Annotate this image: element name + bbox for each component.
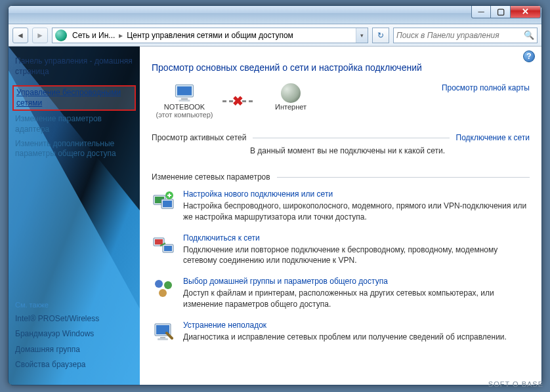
titlebar: ─ ▢ ✕ xyxy=(9,6,541,24)
network-map: NOTEBOOK (этот компьютер) ✖ Интернет xyxy=(152,83,530,119)
computer-icon xyxy=(173,83,196,103)
node-sublabel: (этот компьютер) xyxy=(156,111,213,119)
svg-point-15 xyxy=(159,289,167,297)
option-desc: Настройка беспроводного, широкополосного… xyxy=(183,201,530,223)
svg-rect-1 xyxy=(177,87,192,96)
page-title: Просмотр основных сведений о сети и наст… xyxy=(152,62,530,73)
see-also-header: См. также xyxy=(15,301,133,309)
active-networks-header: Просмотр активных сетей xyxy=(152,133,246,142)
close-button[interactable]: ✕ xyxy=(511,5,541,18)
refresh-button[interactable]: ↻ xyxy=(372,28,389,43)
troubleshoot-icon xyxy=(152,321,175,344)
svg-rect-7 xyxy=(163,201,172,207)
sidebar-item-wireless[interactable]: Управление беспроводными сетями xyxy=(12,85,136,111)
no-network-note: В данный момент вы не подключены ни к ка… xyxy=(152,142,530,158)
change-settings-header: Изменение сетевых параметров xyxy=(152,172,270,182)
sidebar-home[interactable]: Панель управления - домашняя страница xyxy=(15,54,133,79)
svg-rect-10 xyxy=(155,239,163,245)
minimize-button[interactable]: ─ xyxy=(471,5,491,18)
svg-rect-2 xyxy=(181,98,188,100)
globe-icon xyxy=(281,83,301,103)
seealso-firewall[interactable]: Брандмауэр Windows xyxy=(15,326,133,342)
address-bar[interactable]: Сеть и Ин... ▸ Центр управления сетями и… xyxy=(52,28,368,43)
connection-broken: ✖ xyxy=(222,100,253,102)
new-connection-icon xyxy=(152,189,175,213)
seealso-intel[interactable]: Intel® PROSet/Wireless xyxy=(15,311,133,327)
option-title[interactable]: Устранение неполадок xyxy=(183,321,530,330)
option-title[interactable]: Настройка нового подключения или сети xyxy=(183,189,530,199)
control-panel-window: ─ ▢ ✕ ◄ ► Сеть и Ин... ▸ Центр управлени… xyxy=(8,5,542,385)
option-desc: Диагностика и исправление сетевых пробле… xyxy=(183,332,530,343)
svg-point-14 xyxy=(164,281,172,289)
svg-rect-18 xyxy=(160,337,165,338)
option-desc: Доступ к файлам и принтерам, расположенн… xyxy=(183,288,530,310)
option-title[interactable]: Выбор домашней группы и параметров общег… xyxy=(183,277,530,286)
node-this-pc[interactable]: NOTEBOOK (этот компьютер) xyxy=(152,83,217,119)
connect-network-icon xyxy=(152,233,175,257)
address-dropdown[interactable]: ▾ xyxy=(356,28,368,43)
option-desc: Подключение или повторное подключение к … xyxy=(183,245,530,267)
breadcrumb-seg1[interactable]: Сеть и Ин... xyxy=(70,31,117,40)
svg-rect-12 xyxy=(164,246,172,251)
seealso-homegroup[interactable]: Домашняя группа xyxy=(15,342,133,358)
back-button[interactable]: ◄ xyxy=(12,28,28,43)
watermark: SOFT O BASE xyxy=(488,380,543,388)
option-title[interactable]: Подключиться к сети xyxy=(183,233,530,243)
sidebar-item-adapter[interactable]: Изменение параметров адаптера xyxy=(15,112,133,136)
connect-to-network-link[interactable]: Подключение к сети xyxy=(456,133,530,142)
toolbar: ◄ ► Сеть и Ин... ▸ Центр управления сетя… xyxy=(9,24,541,47)
search-input[interactable] xyxy=(396,31,524,40)
breadcrumb-seg2[interactable]: Центр управления сетями и общим доступом xyxy=(124,31,296,40)
option-troubleshoot[interactable]: Устранение неполадок Диагностика и испра… xyxy=(152,321,530,344)
sidebar: Панель управления - домашняя страница Уп… xyxy=(9,47,140,385)
maximize-button[interactable]: ▢ xyxy=(491,5,511,18)
node-label: NOTEBOOK xyxy=(164,103,205,111)
disconnect-icon: ✖ xyxy=(232,93,243,109)
svg-rect-3 xyxy=(179,100,190,102)
network-icon xyxy=(55,29,67,41)
homegroup-icon xyxy=(152,277,175,300)
forward-button[interactable]: ► xyxy=(32,28,48,43)
svg-rect-19 xyxy=(158,338,168,340)
search-box[interactable]: 🔍 xyxy=(393,28,538,43)
node-label: Интернет xyxy=(275,103,307,111)
svg-point-13 xyxy=(155,280,163,288)
help-icon[interactable]: ? xyxy=(523,50,535,62)
option-new-connection[interactable]: Настройка нового подключения или сети На… xyxy=(152,189,530,223)
option-connect-network[interactable]: Подключиться к сети Подключение или повт… xyxy=(152,233,530,267)
chevron-icon: ▸ xyxy=(117,31,124,40)
seealso-browser[interactable]: Свойства браузера xyxy=(15,357,133,373)
main-content: ? Просмотр основных сведений о сети и на… xyxy=(140,47,541,385)
sidebar-item-sharing[interactable]: Изменить дополнительные параметры общего… xyxy=(15,137,133,161)
option-homegroup[interactable]: Выбор домашней группы и параметров общег… xyxy=(152,277,530,310)
node-internet[interactable]: Интернет xyxy=(258,83,324,119)
search-icon: 🔍 xyxy=(524,30,534,40)
